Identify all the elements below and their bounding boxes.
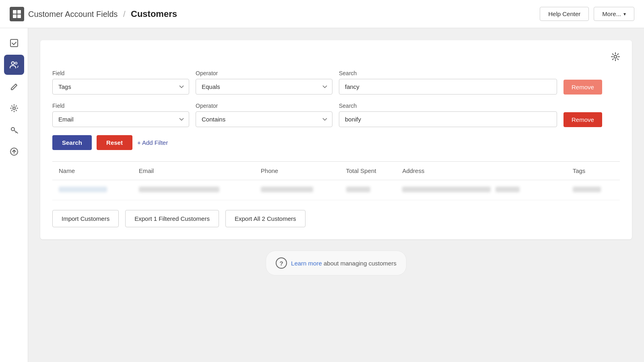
col-name: Name [52, 162, 132, 180]
cell-name [52, 180, 132, 200]
breadcrumb-app-name[interactable]: Customer Account Fields [28, 10, 118, 19]
help-circle-icon: ? [276, 257, 287, 269]
filter2-operator-group: Operator Equals Contains Starts with [196, 103, 332, 127]
svg-point-7 [13, 107, 15, 109]
learn-more-text: Learn more about managing customers [291, 260, 396, 267]
col-phone: Phone [254, 162, 340, 180]
blurred-address-2 [495, 187, 520, 192]
svg-rect-0 [13, 10, 17, 14]
filter2-search-label: Search [339, 103, 557, 109]
filter1-field-select[interactable]: Tags Email Name Phone [52, 79, 189, 95]
filter1-search-group: Search [339, 70, 557, 95]
filter2-search-group: Search [339, 103, 557, 127]
reset-button[interactable]: Reset [97, 135, 132, 150]
blurred-tags [573, 187, 601, 192]
sidebar-item-key[interactable] [4, 120, 24, 140]
filter2-field-select[interactable]: Tags Email Name [52, 111, 189, 127]
export-all-button[interactable]: Export All 2 Customers [225, 210, 305, 227]
col-tags: Tags [566, 162, 620, 180]
filter1-operator-select[interactable]: Equals Contains Starts with [196, 79, 332, 95]
filter1-search-input[interactable] [339, 79, 557, 95]
svg-rect-3 [17, 14, 21, 18]
filter1-operator-group: Operator Equals Contains Starts with [196, 70, 332, 95]
export-filtered-button[interactable]: Export 1 Filtered Customers [125, 210, 219, 227]
col-email: Email [132, 162, 254, 180]
col-total-spent: Total Spent [340, 162, 396, 180]
add-filter-link[interactable]: + Add Filter [137, 139, 168, 146]
learn-more-link[interactable]: Learn more [291, 260, 322, 267]
sidebar-item-upload[interactable] [4, 142, 24, 162]
card-header [52, 52, 620, 64]
breadcrumb-current: Customers [131, 9, 177, 19]
filter1-operator-label: Operator [196, 70, 332, 76]
main-content: Field Tags Email Name Phone Operator Equ… [28, 28, 644, 362]
svg-rect-2 [13, 14, 17, 18]
filter2-operator-label: Operator [196, 103, 332, 109]
svg-point-5 [11, 62, 14, 65]
header-actions: Help Center More... [540, 7, 634, 21]
svg-point-10 [614, 56, 617, 58]
cell-phone [254, 180, 340, 200]
filter2-operator-select[interactable]: Equals Contains Starts with [196, 111, 332, 127]
sidebar-item-edit[interactable] [4, 76, 24, 97]
customers-card: Field Tags Email Name Phone Operator Equ… [40, 40, 632, 239]
more-button[interactable]: More... [594, 7, 634, 21]
filter2-remove-button[interactable]: Remove [564, 112, 602, 127]
cell-email [132, 180, 254, 200]
help-center-button[interactable]: Help Center [540, 7, 589, 21]
filter1-field-label: Field [52, 70, 189, 76]
blurred-phone [261, 187, 313, 192]
sidebar [0, 28, 28, 362]
filter2-field-group: Field Tags Email Name [52, 103, 189, 127]
blurred-email [139, 187, 219, 192]
bottom-buttons: Import Customers Export 1 Filtered Custo… [52, 210, 620, 227]
filter2-field-label: Field [52, 103, 189, 109]
breadcrumb: Customer Account Fields / Customers [28, 9, 177, 19]
filter1-remove-button[interactable]: Remove [564, 80, 602, 95]
learn-more-about: about managing customers [324, 260, 396, 267]
table-row[interactable] [52, 180, 620, 200]
svg-rect-1 [17, 10, 21, 14]
main-layout: Field Tags Email Name Phone Operator Equ… [0, 28, 644, 362]
filter-actions-row: Search Reset + Add Filter [52, 135, 620, 150]
customers-table: Name Email Phone Total Spent Address Tag… [52, 162, 620, 200]
filter2-remove-group: Remove Remove [564, 103, 620, 127]
svg-rect-4 [10, 39, 18, 47]
filter-row-2: Field Tags Email Name Operator Equals Co… [52, 103, 620, 127]
sidebar-item-settings[interactable] [4, 98, 24, 118]
filter-row-1: Field Tags Email Name Phone Operator Equ… [52, 70, 620, 95]
search-button[interactable]: Search [52, 135, 92, 150]
sidebar-item-checkbox[interactable] [4, 33, 24, 53]
table-header: Name Email Phone Total Spent Address Tag… [52, 162, 620, 180]
settings-gear-button[interactable] [611, 52, 620, 64]
filter1-remove-group: Remove Remove [564, 71, 620, 95]
cell-total-spent [340, 180, 396, 200]
sidebar-item-customers[interactable] [4, 55, 24, 75]
import-customers-button[interactable]: Import Customers [52, 210, 119, 227]
filter1-field-group: Field Tags Email Name Phone [52, 70, 189, 95]
table-body [52, 180, 620, 200]
blurred-address [402, 187, 491, 192]
blurred-total-spent [346, 187, 370, 192]
cell-tags [566, 180, 620, 200]
svg-point-6 [15, 62, 17, 64]
app-logo-icon [10, 7, 24, 21]
blurred-name [59, 187, 107, 192]
filter1-search-label: Search [339, 70, 557, 76]
filter2-search-input[interactable] [339, 111, 557, 127]
app-header: Customer Account Fields / Customers Help… [0, 0, 644, 28]
cell-address [396, 180, 566, 200]
svg-point-8 [11, 128, 14, 131]
learn-more-section: ? Learn more about managing customers [266, 251, 407, 276]
col-address: Address [396, 162, 566, 180]
header-left: Customer Account Fields / Customers [10, 7, 177, 21]
breadcrumb-separator: / [123, 10, 126, 19]
